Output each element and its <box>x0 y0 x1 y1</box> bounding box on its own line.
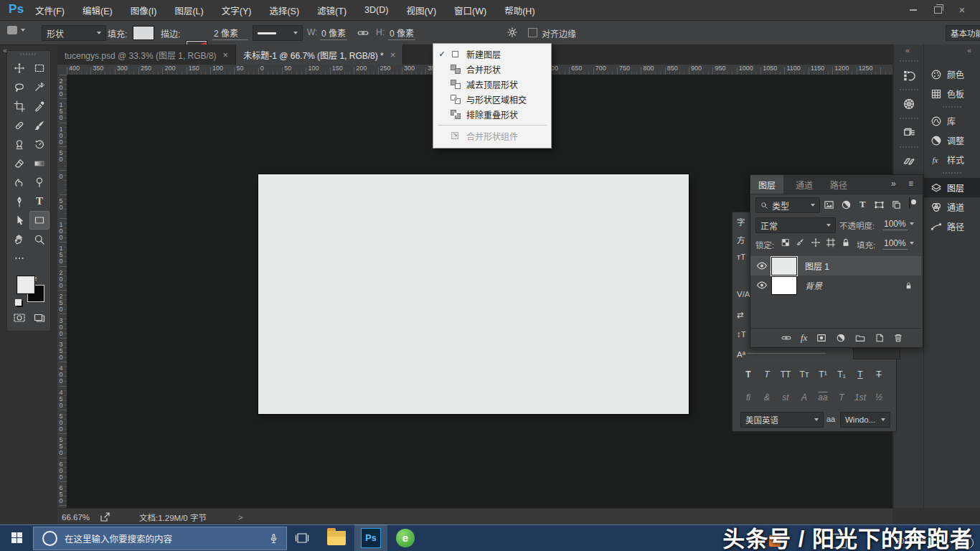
menu-item-2[interactable]: 图像(I) <box>128 4 159 17</box>
history-brush-tool[interactable] <box>30 136 49 153</box>
foreground-color-swatch[interactable] <box>17 276 34 293</box>
tab-layers[interactable]: 图层 <box>750 175 783 194</box>
type-tool[interactable]: T <box>30 193 49 210</box>
tab-paths[interactable]: 路径 <box>822 175 855 194</box>
path-op-item-2[interactable]: ✓减去顶层形状 <box>433 77 551 92</box>
add-mask-icon[interactable] <box>816 333 827 343</box>
clone-stamp-tool[interactable] <box>10 136 29 153</box>
collapsed-panel-history-icon[interactable] <box>897 63 921 88</box>
path-op-item-3[interactable]: ✓与形状区域相交 <box>433 92 551 107</box>
dock-item-颜色[interactable]: 颜色 <box>924 65 980 84</box>
path-op-item-4[interactable]: ✓排除重叠形状 <box>433 107 551 122</box>
magic-wand-tool[interactable] <box>30 79 49 96</box>
lock-position-icon[interactable] <box>811 237 821 248</box>
collapsed-panel-glyphs-icon[interactable] <box>897 121 921 145</box>
ligature-option-7[interactable]: ½ <box>870 390 887 405</box>
filter-toggle-switch[interactable] <box>909 197 910 209</box>
type-filter-icon[interactable]: T <box>859 199 866 210</box>
close-tab-icon[interactable]: × <box>390 50 396 60</box>
healing-brush-tool[interactable] <box>10 117 29 134</box>
lasso-tool[interactable] <box>10 79 29 96</box>
collapsed-panel-brush-settings-icon[interactable] <box>897 92 921 116</box>
type-style-sub[interactable]: T₁ <box>833 367 850 382</box>
stroke-type-select[interactable] <box>253 25 303 41</box>
start-button[interactable] <box>0 524 33 551</box>
document-tab[interactable]: tucengys.psd @ 33.3% (图层 1, RGB/8) × <box>57 44 236 65</box>
chevron-down-icon[interactable] <box>910 222 914 225</box>
smart-object-filter-icon[interactable] <box>891 199 902 210</box>
ligature-option-4[interactable]: aa <box>814 390 831 405</box>
ligature-option-0[interactable]: fi <box>740 390 757 405</box>
menu-item-8[interactable]: 视图(V) <box>404 4 438 17</box>
layer-name[interactable]: 背景 <box>805 279 822 291</box>
close-tab-icon[interactable]: × <box>223 50 229 60</box>
menu-item-9[interactable]: 窗口(W) <box>452 4 489 17</box>
microphone-icon[interactable] <box>268 533 279 545</box>
lock-transparency-icon[interactable] <box>781 237 791 248</box>
close-button[interactable]: × <box>950 0 974 19</box>
hand-tool[interactable] <box>10 231 29 248</box>
dock-item-库[interactable]: 库 <box>924 111 980 131</box>
taskbar-search[interactable]: 在这里输入你要搜索的内容 <box>33 527 287 550</box>
photoshop-taskbar-button[interactable]: Ps <box>354 524 387 551</box>
quick-mask-button[interactable] <box>13 312 26 324</box>
file-explorer-button[interactable] <box>320 524 353 551</box>
chevron-down-icon[interactable] <box>910 242 914 245</box>
ruler-origin-corner[interactable] <box>57 65 67 75</box>
link-dimensions-icon[interactable] <box>357 27 369 39</box>
shape-filter-icon[interactable] <box>874 199 885 210</box>
layer-filter-select[interactable]: 类型 <box>755 197 820 213</box>
ligature-option-6[interactable]: 1st <box>852 390 869 405</box>
tab-channels[interactable]: 通道 <box>788 175 821 194</box>
pixel-filter-icon[interactable] <box>824 199 834 210</box>
layer-row-background[interactable]: 背景 <box>750 276 921 295</box>
path-op-item-0[interactable]: ✓新建图层 <box>433 47 551 62</box>
path-select-tool[interactable] <box>10 212 29 229</box>
language-select[interactable]: 美国英语 <box>740 412 824 428</box>
align-edges-checkbox[interactable] <box>528 28 537 37</box>
type-style-smallcaps[interactable]: Tᴛ <box>796 367 813 382</box>
dock-item-通道[interactable]: 通道 <box>924 197 980 217</box>
restore-button[interactable] <box>925 0 950 19</box>
browser-taskbar-button[interactable]: e <box>389 524 422 551</box>
brush-tool[interactable] <box>30 117 49 134</box>
lock-all-icon[interactable] <box>841 237 851 248</box>
lock-pixels-icon[interactable] <box>796 237 806 248</box>
crop-tool[interactable] <box>10 98 29 115</box>
status-chevron-icon[interactable]: > <box>238 513 243 522</box>
vertical-ruler[interactable]: 2001501005005010015020025030035040045050… <box>57 75 67 508</box>
type-style-underline[interactable]: T <box>852 367 869 382</box>
ligature-option-1[interactable]: & <box>758 390 776 405</box>
adjustment-layer-icon[interactable] <box>836 333 846 343</box>
adjustment-filter-icon[interactable] <box>841 199 852 210</box>
eyedropper-tool[interactable] <box>30 98 49 115</box>
type-style-strike[interactable]: T <box>870 367 887 382</box>
dock-item-调整[interactable]: 调整 <box>924 131 980 150</box>
zoom-level-field[interactable]: 66.67% <box>62 513 90 522</box>
dock-item-路径[interactable]: 路径 <box>924 217 980 236</box>
layer-row-selected[interactable]: 图层 1 <box>750 256 921 276</box>
dock-item-图层[interactable]: 图层 <box>924 178 980 197</box>
fill-swatch[interactable] <box>133 26 154 40</box>
fill-field[interactable]: 100% <box>882 238 908 250</box>
visibility-eye-icon[interactable] <box>756 261 768 270</box>
canvas[interactable] <box>258 174 689 414</box>
tool-preset-picker[interactable] <box>7 26 25 34</box>
smudge-tool[interactable] <box>10 174 29 191</box>
gear-icon[interactable] <box>507 27 518 38</box>
menu-item-4[interactable]: 文字(Y) <box>220 4 254 17</box>
menu-item-3[interactable]: 图层(L) <box>172 4 205 17</box>
layer-name[interactable]: 图层 1 <box>805 260 829 272</box>
share-icon[interactable] <box>100 512 110 522</box>
height-field[interactable]: 0 像素 <box>388 27 415 40</box>
move-tool[interactable] <box>10 60 29 77</box>
zoom-tool[interactable] <box>30 231 49 248</box>
dock-item-色板[interactable]: 色板 <box>924 84 980 103</box>
dodge-tool[interactable] <box>30 174 49 191</box>
dock-item-样式[interactable]: fx样式 <box>924 150 980 169</box>
collapse-panels-icon[interactable]: « <box>905 46 910 55</box>
more-tools[interactable] <box>10 250 29 267</box>
stroke-width-field[interactable]: 2 像素 <box>212 27 248 40</box>
delete-layer-icon[interactable] <box>893 333 903 343</box>
default-colors-icon[interactable] <box>15 299 22 306</box>
